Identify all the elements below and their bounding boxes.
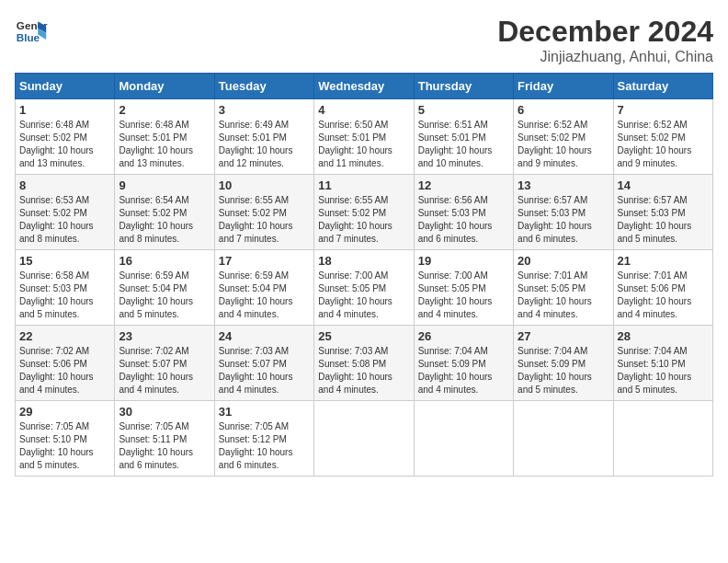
day-info: Sunrise: 6:59 AMSunset: 5:04 PMDaylight:… <box>219 270 310 321</box>
calendar-cell: 14Sunrise: 6:57 AMSunset: 5:03 PMDayligh… <box>613 175 712 250</box>
month-title: December 2024 <box>497 15 713 49</box>
day-number: 1 <box>19 103 110 117</box>
day-info: Sunrise: 6:48 AMSunset: 5:01 PMDaylight:… <box>119 119 210 170</box>
day-number: 24 <box>219 329 310 343</box>
calendar-cell: 16Sunrise: 6:59 AMSunset: 5:04 PMDayligh… <box>115 250 214 326</box>
calendar-cell: 24Sunrise: 7:03 AMSunset: 5:07 PMDayligh… <box>214 326 313 401</box>
day-info: Sunrise: 6:56 AMSunset: 5:03 PMDaylight:… <box>418 194 509 246</box>
day-info: Sunrise: 6:58 AMSunset: 5:03 PMDaylight:… <box>19 270 110 321</box>
day-number: 28 <box>618 329 709 343</box>
calendar: SundayMondayTuesdayWednesdayThursdayFrid… <box>15 73 713 477</box>
day-number: 25 <box>318 329 409 343</box>
day-number: 23 <box>119 329 210 343</box>
calendar-cell: 8Sunrise: 6:53 AMSunset: 5:02 PMDaylight… <box>16 175 115 250</box>
header-cell-saturday: Saturday <box>613 74 712 99</box>
day-info: Sunrise: 7:05 AMSunset: 5:12 PMDaylight:… <box>219 420 310 472</box>
day-number: 19 <box>418 254 509 268</box>
day-info: Sunrise: 7:02 AMSunset: 5:06 PMDaylight:… <box>19 345 110 396</box>
day-number: 2 <box>119 103 210 117</box>
day-number: 6 <box>518 103 609 117</box>
calendar-cell: 29Sunrise: 7:05 AMSunset: 5:10 PMDayligh… <box>16 401 115 477</box>
calendar-cell: 4Sunrise: 6:50 AMSunset: 5:01 PMDaylight… <box>314 99 414 175</box>
day-info: Sunrise: 7:04 AMSunset: 5:09 PMDaylight:… <box>518 345 609 396</box>
svg-text:Blue: Blue <box>17 31 40 43</box>
header-cell-thursday: Thursday <box>414 74 513 99</box>
day-info: Sunrise: 6:54 AMSunset: 5:02 PMDaylight:… <box>119 194 210 246</box>
calendar-cell: 30Sunrise: 7:05 AMSunset: 5:11 PMDayligh… <box>115 401 214 477</box>
day-info: Sunrise: 6:49 AMSunset: 5:01 PMDaylight:… <box>219 119 310 170</box>
calendar-cell <box>314 401 414 477</box>
day-number: 18 <box>318 254 409 268</box>
day-number: 15 <box>19 254 110 268</box>
day-info: Sunrise: 7:03 AMSunset: 5:07 PMDaylight:… <box>219 345 310 396</box>
calendar-cell: 26Sunrise: 7:04 AMSunset: 5:09 PMDayligh… <box>414 326 513 401</box>
calendar-cell: 2Sunrise: 6:48 AMSunset: 5:01 PMDaylight… <box>115 99 214 175</box>
day-number: 22 <box>19 329 110 343</box>
day-info: Sunrise: 6:50 AMSunset: 5:01 PMDaylight:… <box>318 119 409 170</box>
day-info: Sunrise: 6:55 AMSunset: 5:02 PMDaylight:… <box>318 194 409 246</box>
calendar-cell: 27Sunrise: 7:04 AMSunset: 5:09 PMDayligh… <box>514 326 613 401</box>
calendar-cell: 5Sunrise: 6:51 AMSunset: 5:01 PMDaylight… <box>414 99 513 175</box>
day-info: Sunrise: 6:59 AMSunset: 5:04 PMDaylight:… <box>119 270 210 321</box>
calendar-cell: 9Sunrise: 6:54 AMSunset: 5:02 PMDaylight… <box>115 175 214 250</box>
calendar-cell: 23Sunrise: 7:02 AMSunset: 5:07 PMDayligh… <box>115 326 214 401</box>
calendar-cell: 28Sunrise: 7:04 AMSunset: 5:10 PMDayligh… <box>613 326 712 401</box>
calendar-cell <box>514 401 613 477</box>
calendar-cell: 18Sunrise: 7:00 AMSunset: 5:05 PMDayligh… <box>314 250 414 326</box>
calendar-cell: 21Sunrise: 7:01 AMSunset: 5:06 PMDayligh… <box>613 250 712 326</box>
logo: General Blue <box>15 15 48 48</box>
calendar-cell: 15Sunrise: 6:58 AMSunset: 5:03 PMDayligh… <box>16 250 115 326</box>
calendar-cell <box>414 401 513 477</box>
day-number: 10 <box>219 178 310 192</box>
day-number: 12 <box>418 178 509 192</box>
day-number: 16 <box>119 254 210 268</box>
calendar-cell: 12Sunrise: 6:56 AMSunset: 5:03 PMDayligh… <box>414 175 513 250</box>
day-number: 14 <box>618 178 709 192</box>
calendar-cell: 11Sunrise: 6:55 AMSunset: 5:02 PMDayligh… <box>314 175 414 250</box>
day-number: 26 <box>418 329 509 343</box>
day-number: 13 <box>518 178 609 192</box>
day-info: Sunrise: 7:01 AMSunset: 5:05 PMDaylight:… <box>518 270 609 321</box>
day-info: Sunrise: 6:48 AMSunset: 5:02 PMDaylight:… <box>19 119 110 170</box>
calendar-row: 22Sunrise: 7:02 AMSunset: 5:06 PMDayligh… <box>16 326 713 401</box>
day-number: 8 <box>19 178 110 192</box>
calendar-cell: 10Sunrise: 6:55 AMSunset: 5:02 PMDayligh… <box>214 175 313 250</box>
header-cell-wednesday: Wednesday <box>314 74 414 99</box>
day-number: 31 <box>219 405 310 419</box>
calendar-cell <box>613 401 712 477</box>
logo-icon: General Blue <box>15 15 48 48</box>
calendar-cell: 22Sunrise: 7:02 AMSunset: 5:06 PMDayligh… <box>16 326 115 401</box>
title-area: December 2024 Jinjiazhuang, Anhui, China <box>497 15 713 65</box>
calendar-cell: 13Sunrise: 6:57 AMSunset: 5:03 PMDayligh… <box>514 175 613 250</box>
day-info: Sunrise: 7:00 AMSunset: 5:05 PMDaylight:… <box>318 270 409 321</box>
day-number: 30 <box>119 405 210 419</box>
day-info: Sunrise: 7:04 AMSunset: 5:09 PMDaylight:… <box>418 345 509 396</box>
day-number: 7 <box>618 103 709 117</box>
header: General Blue December 2024 Jinjiazhuang,… <box>15 15 713 65</box>
calendar-row: 8Sunrise: 6:53 AMSunset: 5:02 PMDaylight… <box>16 175 713 250</box>
day-number: 4 <box>318 103 409 117</box>
day-info: Sunrise: 7:03 AMSunset: 5:08 PMDaylight:… <box>318 345 409 396</box>
day-info: Sunrise: 7:01 AMSunset: 5:06 PMDaylight:… <box>618 270 709 321</box>
day-number: 29 <box>19 405 110 419</box>
day-info: Sunrise: 7:04 AMSunset: 5:10 PMDaylight:… <box>618 345 709 396</box>
calendar-cell: 25Sunrise: 7:03 AMSunset: 5:08 PMDayligh… <box>314 326 414 401</box>
calendar-cell: 6Sunrise: 6:52 AMSunset: 5:02 PMDaylight… <box>514 99 613 175</box>
day-number: 5 <box>418 103 509 117</box>
day-info: Sunrise: 6:51 AMSunset: 5:01 PMDaylight:… <box>418 119 509 170</box>
day-info: Sunrise: 6:53 AMSunset: 5:02 PMDaylight:… <box>19 194 110 246</box>
day-info: Sunrise: 6:55 AMSunset: 5:02 PMDaylight:… <box>219 194 310 246</box>
day-number: 21 <box>618 254 709 268</box>
calendar-cell: 20Sunrise: 7:01 AMSunset: 5:05 PMDayligh… <box>514 250 613 326</box>
day-info: Sunrise: 7:05 AMSunset: 5:10 PMDaylight:… <box>19 420 110 472</box>
day-info: Sunrise: 6:57 AMSunset: 5:03 PMDaylight:… <box>618 194 709 246</box>
header-cell-monday: Monday <box>115 74 214 99</box>
calendar-cell: 31Sunrise: 7:05 AMSunset: 5:12 PMDayligh… <box>214 401 313 477</box>
day-number: 11 <box>318 178 409 192</box>
day-number: 27 <box>518 329 609 343</box>
calendar-row: 1Sunrise: 6:48 AMSunset: 5:02 PMDaylight… <box>16 99 713 175</box>
calendar-cell: 17Sunrise: 6:59 AMSunset: 5:04 PMDayligh… <box>214 250 313 326</box>
location-title: Jinjiazhuang, Anhui, China <box>497 49 713 65</box>
day-info: Sunrise: 6:52 AMSunset: 5:02 PMDaylight:… <box>518 119 609 170</box>
day-number: 17 <box>219 254 310 268</box>
